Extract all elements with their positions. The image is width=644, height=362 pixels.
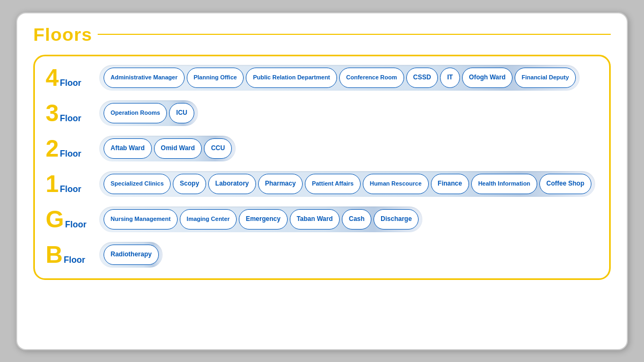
rooms-track-4: Administrative ManagerPlanning OfficePub… — [99, 65, 580, 91]
room-pill-3-3[interactable]: Pharmacy — [258, 174, 303, 194]
floor-label-3: 3Floor — [46, 101, 94, 125]
floor-label-G: GFloor — [46, 208, 94, 231]
floor-word-B: Floor — [64, 255, 85, 265]
floor-label-B: BFloor — [46, 243, 94, 267]
floor-number-G: G — [46, 208, 64, 231]
floor-row-2: 2FloorAftab WardOmid WardCCU — [46, 136, 598, 161]
room-pill-3-0[interactable]: Specialized Clinics — [104, 174, 171, 194]
page-title: Floors — [33, 24, 92, 45]
room-pill-4-2[interactable]: Emergency — [239, 209, 288, 230]
floor-number-3: 3 — [46, 101, 58, 125]
floor-label-1: 1Floor — [46, 172, 94, 196]
room-pill-3-7[interactable]: Health Information — [471, 174, 537, 194]
floor-number-1: 1 — [46, 172, 58, 196]
floor-row-G: GFloorNursing ManagementImaging CenterEm… — [46, 206, 598, 232]
main-card: Floors 4FloorAdministrative ManagerPlann… — [16, 12, 628, 350]
floor-row-4: 4FloorAdministrative ManagerPlanning Off… — [46, 65, 598, 91]
floor-number-4: 4 — [46, 66, 58, 90]
rooms-track-B: Radiotherapy — [99, 242, 163, 268]
room-pill-4-3[interactable]: Taban Ward — [290, 209, 340, 230]
room-pill-1-0[interactable]: Operation Rooms — [104, 103, 167, 123]
floor-number-2: 2 — [46, 137, 58, 160]
room-pill-2-1[interactable]: Omid Ward — [154, 138, 202, 159]
room-pill-3-5[interactable]: Human Rescource — [363, 174, 429, 194]
floor-label-4: 4Floor — [46, 66, 94, 90]
rooms-track-1: Specialized ClinicsScopyLaboratoryPharma… — [99, 171, 595, 197]
room-pill-0-3[interactable]: Conference Room — [339, 68, 404, 88]
floors-container: 4FloorAdministrative ManagerPlanning Off… — [33, 55, 611, 280]
room-pill-4-5[interactable]: Discharge — [374, 209, 419, 230]
room-pill-1-1[interactable]: ICU — [169, 103, 194, 123]
room-pill-0-0[interactable]: Administrative Manager — [104, 68, 185, 88]
rooms-track-2: Aftab WardOmid WardCCU — [99, 136, 236, 161]
room-pill-0-1[interactable]: Planning Office — [187, 68, 244, 88]
room-pill-4-1[interactable]: Imaging Center — [180, 209, 237, 230]
floor-word-G: Floor — [65, 220, 86, 230]
floor-number-B: B — [46, 243, 63, 267]
floor-row-1: 1FloorSpecialized ClinicsScopyLaboratory… — [46, 171, 598, 197]
room-pill-2-0[interactable]: Aftab Ward — [104, 138, 152, 159]
room-pill-5-0[interactable]: Radiotherapy — [104, 245, 159, 265]
room-pill-3-8[interactable]: Coffee Shop — [539, 174, 591, 194]
room-pill-3-1[interactable]: Scopy — [173, 174, 206, 194]
room-pill-0-5[interactable]: IT — [440, 68, 460, 88]
room-pill-3-4[interactable]: Pattient Affairs — [305, 174, 361, 194]
room-pill-4-4[interactable]: Cash — [342, 209, 371, 230]
title-divider — [98, 34, 611, 35]
room-pill-0-7[interactable]: Financial Deputy — [515, 68, 576, 88]
room-pill-4-0[interactable]: Nursing Management — [104, 209, 178, 230]
floor-word-1: Floor — [60, 184, 81, 194]
rooms-track-G: Nursing ManagementImaging CenterEmergenc… — [99, 206, 422, 232]
floor-word-4: Floor — [60, 78, 81, 88]
floor-word-3: Floor — [60, 114, 81, 123]
floor-row-B: BFloorRadiotherapy — [46, 242, 598, 268]
room-pill-0-2[interactable]: Public Relation Department — [246, 68, 337, 88]
title-row: Floors — [33, 24, 611, 45]
room-pill-0-4[interactable]: CSSD — [406, 68, 438, 88]
floor-row-3: 3FloorOperation RoomsICU — [46, 100, 598, 126]
room-pill-3-2[interactable]: Laboratory — [208, 174, 256, 194]
floor-word-2: Floor — [60, 149, 81, 159]
room-pill-0-6[interactable]: Ofogh Ward — [462, 68, 513, 88]
room-pill-3-6[interactable]: Finance — [431, 174, 469, 194]
room-pill-2-2[interactable]: CCU — [204, 138, 232, 159]
floor-label-2: 2Floor — [46, 137, 94, 160]
rooms-track-3: Operation RoomsICU — [99, 100, 198, 126]
